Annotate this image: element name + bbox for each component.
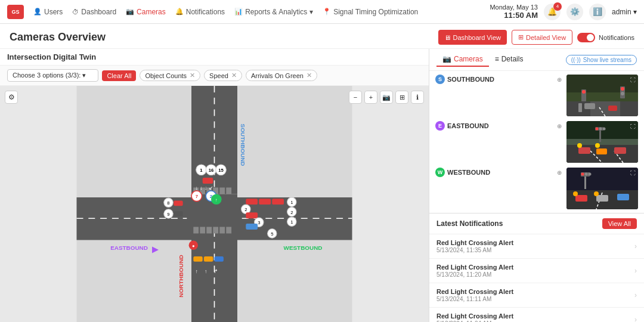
remove-arrivals-filter[interactable]: ✕ — [306, 72, 312, 79]
nav-dashboard[interactable]: ⏱ Dashboard — [72, 8, 116, 16]
svg-rect-2 — [191, 227, 237, 323]
svg-text:↓: ↓ — [200, 185, 202, 191]
svg-point-107 — [585, 173, 588, 176]
svg-point-94 — [596, 128, 599, 131]
info-button[interactable]: ℹ — [411, 91, 424, 104]
svg-text:8: 8 — [167, 200, 169, 206]
svg-point-108 — [589, 173, 592, 176]
westbound-camera-thumbnail[interactable]: ⛶ — [566, 168, 638, 209]
eastbound-camera-thumbnail[interactable]: ⛶ — [566, 121, 638, 163]
reports-icon: 📊 — [234, 8, 243, 16]
zoom-in-button[interactable]: + — [364, 91, 377, 104]
page-header: Cameras Overview 🖥 Dashboard View ⊞ Deta… — [0, 24, 644, 49]
remove-object-counts-filter[interactable]: ✕ — [190, 72, 195, 79]
dashboard-view-button[interactable]: 🖥 Dashboard View — [438, 30, 507, 45]
svg-text:1: 1 — [290, 219, 293, 225]
notifications-panel: Latest Notifications View All Red Light … — [429, 213, 644, 322]
westbound-camera-settings[interactable]: ⊕ — [557, 169, 562, 176]
westbound-icon: W — [435, 168, 445, 177]
svg-rect-14 — [226, 188, 231, 194]
nav-reports[interactable]: 📊 Reports & Analytics ▾ — [234, 8, 313, 16]
admin-menu[interactable]: admin ▾ — [612, 8, 637, 16]
notification-content-2: Red Light Crossing Alert 5/13/2024, 11:1… — [436, 288, 513, 302]
remove-speed-filter[interactable]: ✕ — [231, 72, 237, 79]
panel-subtitle: Intersection Digital Twin — [7, 52, 96, 61]
camera-feeds-panel: 📷 Cameras ≡ Details ((·)) Show live stre… — [429, 49, 644, 213]
clear-all-button[interactable]: Clear All — [102, 70, 136, 81]
intersection-panel: Intersection Digital Twin Choose 3 optio… — [0, 49, 429, 322]
expand-southbound-icon[interactable]: ⛶ — [630, 77, 636, 83]
detailed-view-button[interactable]: ⊞ Detailed View — [512, 30, 572, 45]
svg-rect-89 — [566, 139, 638, 145]
svg-text:2: 2 — [244, 207, 247, 212]
header-actions: 🖥 Dashboard View ⊞ Detailed View Notific… — [438, 30, 635, 45]
svg-point-95 — [599, 128, 602, 131]
intersection-diagram: ⚙ − + 📷 ⊞ ℹ — [0, 86, 429, 322]
svg-point-101 — [595, 143, 600, 148]
svg-rect-32 — [203, 178, 213, 184]
notification-item-1[interactable]: Red Light Crossing Alert 5/13/2024, 11:2… — [429, 259, 644, 283]
nav-users[interactable]: 👤 Users — [33, 8, 63, 16]
settings-button[interactable]: ⚙️ — [566, 4, 583, 20]
help-button[interactable]: ℹ️ — [589, 4, 606, 20]
svg-rect-76 — [578, 103, 582, 112]
expand-eastbound-icon[interactable]: ⛶ — [630, 123, 636, 129]
svg-text:↑: ↑ — [196, 268, 198, 274]
show-live-streams-button[interactable]: ((·)) Show live streams — [566, 55, 637, 65]
svg-text:SOUTHBOUND: SOUTHBOUND — [240, 124, 246, 166]
nav-signal-timing[interactable]: 📍 Signal Timing Optimization — [323, 8, 418, 16]
svg-rect-19 — [219, 227, 225, 234]
camera-panel-header: 📷 Cameras ≡ Details ((·)) Show live stre… — [429, 49, 644, 71]
notifications-toggle-switch[interactable] — [577, 33, 595, 42]
svg-text:9: 9 — [167, 212, 169, 217]
notification-item-2[interactable]: Red Light Crossing Alert 5/13/2024, 11:1… — [429, 283, 644, 308]
main-content: Intersection Digital Twin Choose 3 optio… — [0, 49, 644, 322]
camera-feed-westbound: W WESTBOUND ⊕ — [435, 168, 638, 209]
notifications-bell-button[interactable]: 🔔 4 — [544, 4, 561, 20]
grid-button[interactable]: ⊞ — [395, 91, 408, 104]
screenshot-button[interactable]: 📷 — [380, 91, 393, 104]
filter-row: Choose 3 options (3/3): ▾ Clear All Obje… — [0, 66, 429, 86]
tab-details[interactable]: ≡ Details — [489, 52, 530, 67]
notifications-header: Latest Notifications View All — [429, 213, 644, 234]
eastbound-direction-label: E EASTBOUND ⊕ — [435, 121, 562, 131]
svg-text:5: 5 — [271, 231, 273, 237]
southbound-camera-settings[interactable]: ⊕ — [557, 76, 562, 83]
diagram-settings-button[interactable]: ⚙ — [5, 91, 18, 104]
notification-item-0[interactable]: Red Light Crossing Alert 5/13/2024, 11:3… — [429, 234, 644, 259]
notification-chevron-3: › — [634, 315, 637, 322]
southbound-direction-label: S SOUTHBOUND ⊕ — [435, 75, 562, 84]
tab-cameras[interactable]: 📷 Cameras — [436, 52, 489, 67]
expand-westbound-icon[interactable]: ⛶ — [630, 170, 636, 176]
southbound-icon: S — [435, 75, 445, 84]
southbound-camera-thumbnail[interactable]: ⛶ — [566, 75, 638, 116]
zoom-out-button[interactable]: − — [349, 91, 362, 104]
live-icon: ((·)) — [571, 57, 581, 63]
datetime-display: Monday, May 13 11:50 AM — [490, 4, 538, 20]
notification-item-3[interactable]: Red Light Crossing Alert 5/13/2024, 11:0… — [429, 308, 644, 322]
svg-rect-85 — [584, 103, 595, 109]
nav-notifications[interactable]: 🔔 Notifications — [175, 8, 225, 16]
view-all-notifications-button[interactable]: View All — [602, 218, 637, 229]
app-logo: GS — [7, 5, 24, 19]
svg-rect-99 — [614, 147, 626, 154]
svg-rect-112 — [596, 195, 608, 202]
notification-content-1: Red Light Crossing Alert 5/13/2024, 11:2… — [436, 264, 513, 278]
svg-rect-86 — [608, 106, 617, 111]
eastbound-camera-settings[interactable]: ⊕ — [557, 123, 562, 129]
westbound-feed-image — [566, 168, 638, 209]
svg-point-100 — [577, 143, 582, 148]
svg-rect-47 — [174, 201, 182, 206]
svg-text:3: 3 — [258, 220, 260, 225]
camera-feed-southbound: S SOUTHBOUND ⊕ — [435, 75, 638, 116]
page-title: Cameras Overview — [10, 31, 106, 44]
svg-rect-13 — [219, 188, 225, 194]
svg-text:15: 15 — [218, 168, 224, 173]
nav-cameras[interactable]: 📷 Cameras — [126, 8, 166, 16]
svg-point-80 — [621, 87, 624, 91]
svg-rect-98 — [596, 148, 607, 154]
svg-rect-51 — [272, 199, 284, 205]
svg-text:WESTBOUND: WESTBOUND — [284, 244, 323, 251]
panel-subheader: Intersection Digital Twin — [0, 49, 429, 66]
options-dropdown[interactable]: Choose 3 options (3/3): ▾ — [7, 69, 98, 82]
